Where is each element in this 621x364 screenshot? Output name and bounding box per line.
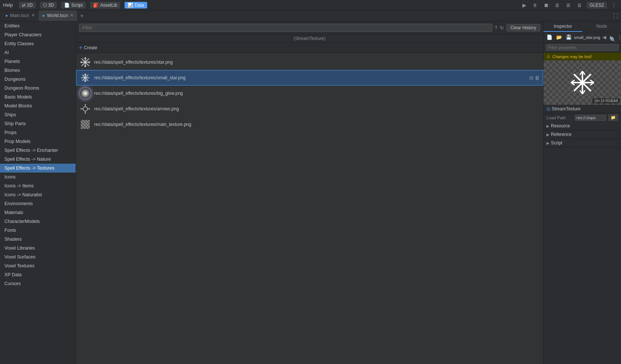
sidebar-item-player-characters[interactable]: Player Characters — [0, 30, 76, 39]
delete-button-main-texture[interactable]: 🗑 — [535, 121, 540, 128]
sidebar-item-props[interactable]: Props — [0, 128, 76, 137]
reference-label: Reference — [551, 132, 571, 137]
pause-button[interactable]: ⏸ — [531, 1, 539, 9]
sidebar-item-xp-data[interactable]: XP Data — [0, 270, 76, 279]
sidebar-item-entity-classes[interactable]: Entity Classes — [0, 39, 76, 48]
file-row-arrows[interactable]: res://data/spell_effects/textures/arrows… — [76, 101, 543, 117]
sidebar-item-basic-models[interactable]: Basic Models — [0, 93, 76, 101]
sidebar-item-model-blocks[interactable]: Model Blocks — [0, 101, 76, 110]
sidebar-item-entities[interactable]: Entities — [0, 21, 76, 30]
file-path-small-star: res://data/spell_effects/textures/small_… — [94, 75, 526, 80]
mode-2d-button[interactable]: ⇄ 2D — [19, 2, 36, 9]
script-chevron-icon: ▶ — [546, 141, 549, 145]
file-row-star[interactable]: res://data/spell_effects/textures/star.p… — [76, 54, 543, 70]
script-section-header[interactable]: ▶ Script — [544, 139, 621, 147]
sidebar-item-biomes[interactable]: Biomes — [0, 66, 76, 75]
load-path-folder-button[interactable]: 📁 — [608, 114, 618, 121]
sidebar-item-fonts[interactable]: Fonts — [0, 226, 76, 235]
sidebar-item-character-models[interactable]: CharacterModels — [0, 217, 76, 226]
sidebar-item-dungeon-rooms[interactable]: Dungeon Rooms — [0, 84, 76, 93]
circle-icon-world: ● — [42, 13, 45, 18]
sidebar-item-icons[interactable]: Icons — [0, 173, 76, 181]
monitor2-button[interactable]: 🖥 — [564, 1, 572, 9]
sidebar-item-prop-models[interactable]: Prop Models — [0, 137, 76, 146]
tab-world-close[interactable]: ✕ — [70, 13, 73, 18]
sidebar-item-voxel-libraries[interactable]: Voxel Libraries — [0, 244, 76, 253]
file-row-small-star[interactable]: res://data/spell_effects/textures/small_… — [76, 70, 543, 86]
tab-add-button[interactable]: + — [77, 10, 86, 21]
delete-button-arrows[interactable]: 🗑 — [535, 106, 540, 112]
file-path-arrows: res://data/spell_effects/textures/arrows… — [94, 106, 526, 111]
fullscreen-icon[interactable]: ⛶ — [611, 12, 620, 20]
monitor3-button[interactable]: 🖥 — [575, 1, 584, 9]
tab-inspector[interactable]: Inspector — [544, 21, 582, 32]
delete-button-star[interactable]: 🗑 — [535, 59, 540, 66]
file-row-main-texture[interactable]: res://data/spell_effects/textures/main_t… — [76, 117, 543, 132]
gles-button[interactable]: GLES2 — [587, 2, 607, 9]
sidebar-item-spell-textures[interactable]: Spell Effects -> Textures — [0, 164, 76, 173]
filter-refresh-button[interactable]: ↻ — [500, 25, 504, 31]
delete-button-big-glow[interactable]: 🗑 — [535, 90, 540, 97]
menu-help[interactable]: Help — [3, 2, 13, 8]
tab-node[interactable]: Node — [582, 21, 621, 32]
play-button[interactable]: ▶ — [521, 1, 528, 9]
sidebar-item-ship-parts[interactable]: Ship Parts — [0, 119, 76, 128]
snowflake-svg-star — [80, 57, 91, 68]
reference-section-header[interactable]: ▶ Reference — [544, 130, 621, 138]
filter-help-button[interactable]: ? — [495, 25, 498, 31]
copy-button-small-star[interactable]: ⧉ — [529, 75, 533, 81]
svg-marker-27 — [80, 108, 82, 110]
tab-main-tscn[interactable]: ● Main.tscn ✕ — [1, 10, 39, 21]
copy-button-arrows[interactable]: ⧉ — [529, 106, 533, 112]
insp-open-icon[interactable]: 📂 — [555, 34, 564, 41]
sidebar-item-environments[interactable]: Environments — [0, 199, 76, 208]
sidebar-item-ships[interactable]: Ships — [0, 110, 76, 119]
center-panel: ? ↻ Clear History (StreamTexture) + Crea… — [76, 21, 543, 364]
clear-history-button[interactable]: Clear History — [506, 24, 540, 31]
sidebar-item-shaders[interactable]: Shaders — [0, 235, 76, 244]
mode-data-button[interactable]: 📊 Data — [125, 2, 147, 9]
resource-section-header[interactable]: ▶ Resource — [544, 122, 621, 130]
filter-props-input[interactable] — [546, 44, 619, 51]
sidebar-item-voxel-textures[interactable]: Voxel Textures — [0, 261, 76, 270]
sidebar-item-voxel-surfaces[interactable]: Voxel Surfaces — [0, 253, 76, 261]
tab-world-tscn[interactable]: ● World.tscn ✕ — [39, 10, 77, 21]
filter-search-icon: 🔍 — [610, 37, 616, 43]
sidebar-item-icons-naturalist[interactable]: Icons -> Naturalist — [0, 190, 76, 199]
monitor1-button[interactable]: 🖥 — [553, 1, 561, 9]
sidebar-item-cursors[interactable]: Cursors — [0, 279, 76, 288]
copy-button-big-glow[interactable]: ⧉ — [529, 90, 533, 97]
mode-script-button[interactable]: 📄 Script — [61, 2, 86, 9]
insp-menu-icon[interactable]: ⋮ — [616, 34, 621, 41]
sidebar-item-ai[interactable]: AI — [0, 48, 76, 57]
filter-bar: ? ↻ Clear History — [76, 21, 543, 34]
tab-bar-right-controls: ⛶ — [611, 10, 620, 21]
reference-section: ▶ Reference — [544, 130, 621, 139]
file-icon-big-glow — [79, 87, 91, 99]
insp-save-icon[interactable]: 💾 — [564, 34, 573, 41]
inspector-filename: small_star.png — [574, 35, 600, 40]
stream-texture-label: ◎ StreamTexture — [544, 105, 621, 113]
top-menu-bar: Help ⇄ 2D ⬡ 3D 📄 Script 🎒 AssetLib 📊 Dat… — [0, 0, 621, 10]
sidebar-item-spell-nature[interactable]: Spell Effects -> Nature — [0, 155, 76, 164]
create-button[interactable]: + Create — [79, 44, 97, 51]
tab-main-close[interactable]: ✕ — [32, 13, 35, 18]
filter-input[interactable] — [79, 24, 492, 32]
mode-3d-button[interactable]: ⬡ 3D — [40, 2, 57, 9]
delete-button-small-star[interactable]: 🗑 — [535, 75, 540, 81]
copy-button-main-texture[interactable]: ⧉ — [529, 121, 533, 128]
insp-prev-icon[interactable]: ◀ — [601, 34, 608, 41]
stop-button[interactable]: ⏹ — [542, 1, 550, 9]
create-plus-icon: + — [79, 44, 82, 51]
file-row-big-glow[interactable]: res://data/spell_effects/textures/big_gl… — [76, 86, 543, 101]
sidebar-item-materials[interactable]: Materials — [0, 208, 76, 217]
copy-button-star[interactable]: ⧉ — [529, 59, 533, 66]
file-icon-main-texture — [79, 118, 91, 130]
sidebar-item-spell-enchanter[interactable]: Spell Effects -> Enchanter — [0, 146, 76, 155]
settings-icon[interactable]: ⋮ — [610, 1, 618, 9]
sidebar-item-dungeons[interactable]: Dungeons — [0, 75, 76, 84]
mode-assetlib-button[interactable]: 🎒 AssetLib — [90, 2, 120, 9]
sidebar-item-icons-items[interactable]: Icons -> Items — [0, 181, 76, 190]
insp-new-icon[interactable]: 📄 — [545, 34, 554, 41]
sidebar-item-planets[interactable]: Planets — [0, 57, 76, 66]
